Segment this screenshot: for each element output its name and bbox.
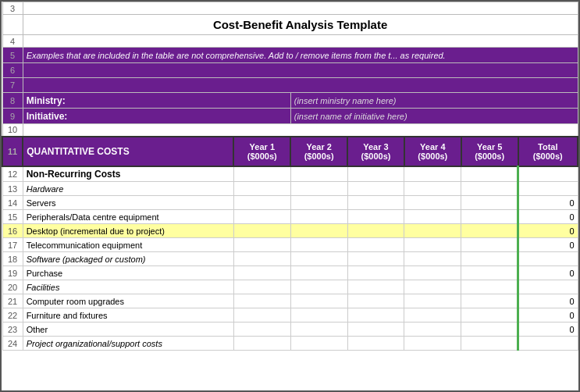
col-header-year5: Year 5($000s) [461, 137, 518, 166]
cell-15-2[interactable] [290, 210, 347, 224]
cell-16-2[interactable] [290, 224, 347, 238]
cell-23-3[interactable] [347, 323, 404, 337]
cell-19-2[interactable] [290, 266, 347, 280]
cell-12-2[interactable] [290, 166, 347, 182]
cell-14-total[interactable]: 0 [518, 196, 578, 210]
cell-21-4[interactable] [404, 294, 461, 308]
cell-24-total[interactable] [518, 337, 578, 351]
cell-23-4[interactable] [404, 323, 461, 337]
cell-17-5[interactable] [461, 238, 518, 252]
cell-19-1[interactable] [233, 266, 290, 280]
cell-12-5[interactable] [461, 166, 518, 182]
cell-17-1[interactable] [233, 238, 290, 252]
cell-22-3[interactable] [347, 308, 404, 323]
cell-12-total[interactable] [518, 166, 578, 182]
row-num-4: 4 [2, 35, 23, 48]
cell-14-4[interactable] [404, 196, 461, 210]
cell-17-4[interactable] [404, 238, 461, 252]
cell-16-4[interactable] [404, 224, 461, 238]
cell-15-1[interactable] [233, 210, 290, 224]
cell-13-2[interactable] [290, 182, 347, 196]
cell-16-5[interactable] [461, 224, 518, 238]
cell-21-2[interactable] [290, 294, 347, 308]
cell-21-total[interactable]: 0 [518, 294, 578, 308]
cell-13-total[interactable] [518, 182, 578, 196]
cell-19-4[interactable] [404, 266, 461, 280]
cell-24-5[interactable] [461, 337, 518, 351]
row-num-23: 23 [2, 323, 23, 337]
cell-22-1[interactable] [233, 308, 290, 323]
row-computer-room: Computer room upgrades [23, 294, 233, 308]
cell-19-5[interactable] [461, 266, 518, 280]
cell-12-1[interactable] [233, 166, 290, 182]
cell-20-5[interactable] [461, 280, 518, 294]
cell-24-3[interactable] [347, 337, 404, 351]
cell-20-3[interactable] [347, 280, 404, 294]
cell-24-1[interactable] [233, 337, 290, 351]
row-desktop: Desktop (incremental due to project) [23, 224, 233, 238]
cell-13-5[interactable] [461, 182, 518, 196]
cell-23-5[interactable] [461, 323, 518, 337]
cell-20-2[interactable] [290, 280, 347, 294]
section-non-recurring: Non-Recurring Costs [23, 166, 233, 182]
row-num-14: 14 [2, 196, 23, 210]
row-num-19: 19 [2, 266, 23, 280]
cell-15-4[interactable] [404, 210, 461, 224]
cell-22-4[interactable] [404, 308, 461, 323]
cell-21-5[interactable] [461, 294, 518, 308]
cell-22-2[interactable] [290, 308, 347, 323]
cell-18-2[interactable] [290, 252, 347, 266]
cell-23-2[interactable] [290, 323, 347, 337]
page-title: Cost-Benefit Analysis Template [23, 15, 578, 35]
cell-13-3[interactable] [347, 182, 404, 196]
cell-21-3[interactable] [347, 294, 404, 308]
cell-14-2[interactable] [290, 196, 347, 210]
row-num-18: 18 [2, 252, 23, 266]
cell-13-4[interactable] [404, 182, 461, 196]
cell-20-total[interactable] [518, 280, 578, 294]
cell-15-5[interactable] [461, 210, 518, 224]
cell-18-5[interactable] [461, 252, 518, 266]
row-num-15: 15 [2, 210, 23, 224]
cell-20-1[interactable] [233, 280, 290, 294]
cell-23-1[interactable] [233, 323, 290, 337]
cell-18-4[interactable] [404, 252, 461, 266]
cell-22-5[interactable] [461, 308, 518, 323]
cell-13-1[interactable] [233, 182, 290, 196]
row-num-6: 6 [2, 63, 23, 78]
cell-20-4[interactable] [404, 280, 461, 294]
cell-18-1[interactable] [233, 252, 290, 266]
cell-12-3[interactable] [347, 166, 404, 182]
cell-18-3[interactable] [347, 252, 404, 266]
initiative-label: Initiative: [23, 109, 290, 124]
row-servers: Servers [23, 196, 233, 210]
cell-17-total[interactable]: 0 [518, 238, 578, 252]
row-num-10: 10 [2, 124, 23, 137]
cell-15-total[interactable]: 0 [518, 210, 578, 224]
cell-24-4[interactable] [404, 337, 461, 351]
cell-24-2[interactable] [290, 337, 347, 351]
row-num-16: 16 [2, 224, 23, 238]
cell-17-3[interactable] [347, 238, 404, 252]
cell-23-total[interactable]: 0 [518, 323, 578, 337]
row-num-22: 22 [2, 308, 23, 323]
cell-19-3[interactable] [347, 266, 404, 280]
cell-12-4[interactable] [404, 166, 461, 182]
row-num-8: 8 [2, 93, 23, 109]
cell-14-1[interactable] [233, 196, 290, 210]
cell-14-3[interactable] [347, 196, 404, 210]
cell-14-5[interactable] [461, 196, 518, 210]
cell-18-total[interactable] [518, 252, 578, 266]
cell-16-3[interactable] [347, 224, 404, 238]
cell-16-total[interactable]: 0 [518, 224, 578, 238]
row-hardware: Hardware [23, 182, 233, 196]
cell-21-1[interactable] [233, 294, 290, 308]
cell-22-total[interactable]: 0 [518, 308, 578, 323]
row-num-5: 5 [2, 48, 23, 63]
cell-15-3[interactable] [347, 210, 404, 224]
cell-17-2[interactable] [290, 238, 347, 252]
cell-19-total[interactable]: 0 [518, 266, 578, 280]
spreadsheet: 3 Cost-Benefit Analysis Template 4 5 Exa… [0, 0, 580, 392]
cell-16-1[interactable] [233, 224, 290, 238]
quant-header: QUANTITATIVE COSTS [23, 137, 233, 166]
